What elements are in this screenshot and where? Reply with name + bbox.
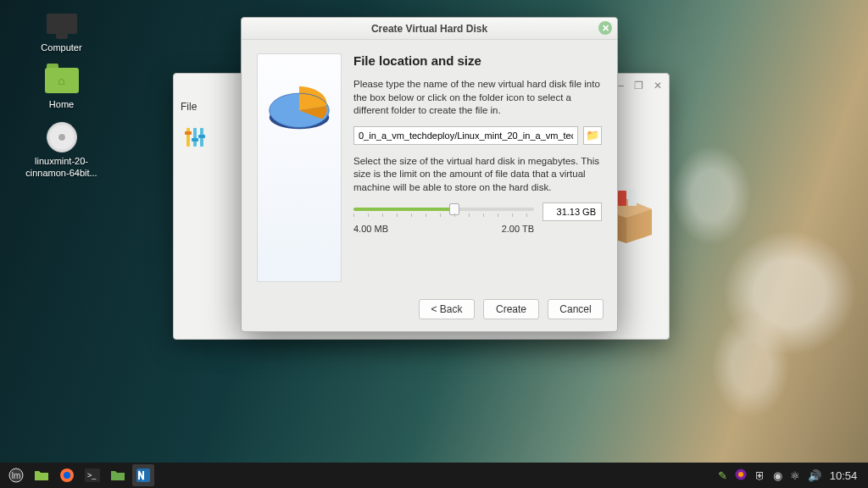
taskbar: lm >_ ✎ ⛨ ◉ ⚛ 🔊 10:54 bbox=[0, 463, 868, 488]
svg-rect-3 bbox=[185, 131, 192, 135]
svg-text:>_: >_ bbox=[87, 471, 97, 480]
dialog-paragraph-location: Please type the name of the new virtual … bbox=[353, 78, 602, 118]
dialog-paragraph-size: Select the size of the virtual hard disk… bbox=[353, 155, 602, 195]
pie-chart-icon bbox=[264, 76, 335, 147]
folder-icon bbox=[34, 469, 49, 482]
dialog-side-illustration bbox=[257, 53, 342, 282]
svg-text:lm: lm bbox=[12, 471, 21, 480]
tray-firefox-icon[interactable] bbox=[735, 469, 747, 483]
desktop-icon-label: linuxmint-20-cinnamon-64bit... bbox=[25, 156, 97, 178]
svg-rect-10 bbox=[628, 189, 637, 206]
preferences-icon[interactable] bbox=[181, 122, 211, 152]
taskbar-clock[interactable]: 10:54 bbox=[829, 469, 858, 482]
svg-rect-1 bbox=[193, 128, 197, 147]
dialog-title: Create Virtual Hard Disk bbox=[371, 23, 487, 35]
taskbar-firefox-button[interactable] bbox=[56, 464, 78, 486]
folder-icon: 📁 bbox=[586, 129, 599, 141]
taskbar-terminal-button[interactable]: >_ bbox=[81, 464, 103, 486]
size-max-label: 2.00 TB bbox=[502, 224, 534, 234]
desktop-icon-iso[interactable]: linuxmint-20-cinnamon-64bit... bbox=[25, 120, 97, 178]
minimize-icon[interactable]: – bbox=[618, 80, 624, 92]
disc-icon bbox=[47, 122, 77, 152]
svg-rect-5 bbox=[198, 135, 205, 138]
disk-size-input[interactable] bbox=[542, 202, 602, 221]
dialog-titlebar[interactable]: Create Virtual Hard Disk ✕ bbox=[242, 18, 617, 40]
desktop-icon-label: Home bbox=[49, 99, 74, 110]
tray-updates-icon[interactable]: ◉ bbox=[773, 469, 782, 482]
home-folder-icon bbox=[45, 68, 79, 93]
svg-point-17 bbox=[64, 472, 70, 479]
tray-color-icon[interactable]: ✎ bbox=[718, 469, 727, 482]
tray-volume-icon[interactable]: 🔊 bbox=[808, 469, 821, 482]
browse-folder-button[interactable]: 📁 bbox=[583, 126, 602, 145]
desktop-icon-computer[interactable]: Computer bbox=[25, 7, 97, 53]
start-menu-button[interactable]: lm bbox=[5, 464, 27, 486]
taskbar-virtualbox-button[interactable] bbox=[132, 464, 154, 486]
svg-rect-9 bbox=[618, 191, 626, 206]
dialog-close-button[interactable]: ✕ bbox=[598, 21, 612, 35]
dialog-main: File location and size Please type the n… bbox=[353, 53, 602, 282]
file-location-input[interactable] bbox=[353, 126, 578, 145]
desktop-icons: Computer Home linuxmint-20-cinnamon-64bi… bbox=[25, 7, 97, 179]
disk-size-slider[interactable] bbox=[353, 205, 534, 214]
dialog-footer: < Back Create Cancel bbox=[242, 291, 617, 331]
tray-shield-icon[interactable]: ⛨ bbox=[754, 469, 765, 482]
system-tray: ✎ ⛨ ◉ ⚛ 🔊 10:54 bbox=[718, 469, 863, 483]
taskbar-files2-button[interactable] bbox=[107, 464, 129, 486]
svg-point-22 bbox=[738, 472, 743, 477]
svg-rect-4 bbox=[192, 138, 198, 141]
desktop-icon-label: Computer bbox=[41, 42, 81, 53]
tray-network-icon[interactable]: ⚛ bbox=[790, 469, 800, 482]
desktop-icon-home[interactable]: Home bbox=[25, 64, 97, 110]
cancel-button[interactable]: Cancel bbox=[548, 299, 604, 319]
firefox-icon bbox=[59, 468, 75, 483]
folder-icon bbox=[110, 469, 125, 482]
taskbar-files-button[interactable] bbox=[31, 464, 53, 486]
terminal-icon: >_ bbox=[85, 469, 100, 482]
create-virtual-hard-disk-dialog: Create Virtual Hard Disk ✕ File location… bbox=[241, 17, 618, 332]
slider-ticks bbox=[353, 214, 534, 219]
virtualbox-icon bbox=[136, 468, 151, 483]
back-button[interactable]: < Back bbox=[419, 299, 475, 319]
computer-icon bbox=[47, 14, 77, 34]
close-icon[interactable]: ✕ bbox=[654, 80, 662, 92]
dialog-heading: File location and size bbox=[353, 53, 602, 68]
svg-rect-0 bbox=[186, 128, 190, 147]
maximize-icon[interactable]: ❐ bbox=[634, 80, 643, 92]
create-button[interactable]: Create bbox=[483, 299, 539, 319]
size-min-label: 4.00 MB bbox=[353, 224, 388, 234]
menu-file[interactable]: File bbox=[181, 101, 197, 113]
